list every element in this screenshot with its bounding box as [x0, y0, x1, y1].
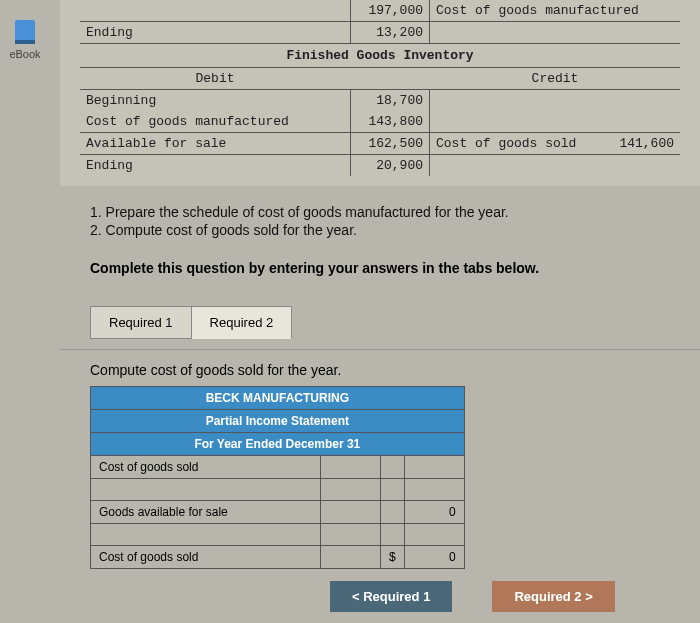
ebook-label[interactable]: eBook	[0, 48, 50, 60]
beginning-label: Beginning	[80, 90, 350, 111]
period-header: For Year Ended December 31	[91, 433, 465, 456]
input-cell[interactable]	[91, 524, 321, 546]
input-cell[interactable]	[381, 524, 405, 546]
nav-buttons: < Required 1 Required 2 >	[330, 581, 700, 623]
cogs-total-value[interactable]: 0	[404, 546, 464, 569]
goods-available-value[interactable]: 0	[404, 501, 464, 524]
goods-available-label[interactable]: Goods available for sale	[91, 501, 321, 524]
dollar-symbol: $	[381, 546, 405, 569]
cogm-row-value: 143,800	[350, 111, 430, 132]
input-cell[interactable]	[381, 501, 405, 524]
prev-required-button[interactable]: < Required 1	[330, 581, 452, 612]
input-cell[interactable]	[321, 456, 381, 479]
ebook-sidebar: eBook	[0, 20, 50, 60]
input-cell[interactable]	[404, 479, 464, 501]
complete-prompt: Complete this question by entering your …	[60, 250, 700, 286]
input-cell[interactable]	[381, 456, 405, 479]
input-cell[interactable]	[321, 524, 381, 546]
ebook-icon[interactable]	[15, 20, 35, 44]
ending-row-1: Ending	[80, 22, 350, 43]
instruction-1: 1. Prepare the schedule of cost of goods…	[90, 204, 670, 220]
tab-required-2[interactable]: Required 2	[192, 306, 293, 339]
cogm-row-label: Cost of goods manufactured	[80, 111, 350, 132]
cogs-row-label[interactable]: Cost of goods sold	[91, 456, 321, 479]
tab-description: Compute cost of goods sold for the year.	[60, 349, 700, 386]
input-cell[interactable]	[91, 479, 321, 501]
ending-row-2: Ending	[80, 155, 350, 176]
cogs-value: 141,600	[619, 136, 674, 151]
cogs-total-label[interactable]: Cost of goods sold	[91, 546, 321, 569]
input-cell[interactable]	[321, 479, 381, 501]
tab-row: Required 1 Required 2	[60, 286, 700, 349]
fg-inventory-title: Finished Goods Inventory	[80, 43, 680, 68]
input-cell[interactable]	[321, 501, 381, 524]
cogs-label: Cost of goods sold	[436, 136, 576, 151]
credit-header: Credit	[430, 68, 680, 89]
ending1-value: 13,200	[350, 22, 430, 43]
answer-table: BECK MANUFACTURING Partial Income Statem…	[90, 386, 465, 569]
ending2-value: 20,900	[350, 155, 430, 176]
tab-required-1[interactable]: Required 1	[90, 306, 192, 339]
beginning-value: 18,700	[350, 90, 430, 111]
available-value: 162,500	[350, 133, 430, 154]
available-label: Available for sale	[80, 133, 350, 154]
cogm-label: Cost of goods manufactured	[436, 3, 639, 18]
input-cell[interactable]	[404, 524, 464, 546]
next-required-button[interactable]: Required 2 >	[492, 581, 614, 612]
input-cell[interactable]	[321, 546, 381, 569]
instruction-2: 2. Compute cost of goods sold for the ye…	[90, 222, 670, 238]
main-content: 197,000 Cost of goods manufactured Endin…	[60, 0, 700, 623]
input-cell[interactable]	[381, 479, 405, 501]
input-cell[interactable]	[404, 456, 464, 479]
ledger-section: 197,000 Cost of goods manufactured Endin…	[60, 0, 700, 186]
statement-header: Partial Income Statement	[91, 410, 465, 433]
instructions: 1. Prepare the schedule of cost of goods…	[60, 186, 700, 250]
debit-header: Debit	[80, 68, 350, 89]
top-partial-value: 197,000	[350, 0, 430, 21]
company-header: BECK MANUFACTURING	[91, 387, 465, 410]
